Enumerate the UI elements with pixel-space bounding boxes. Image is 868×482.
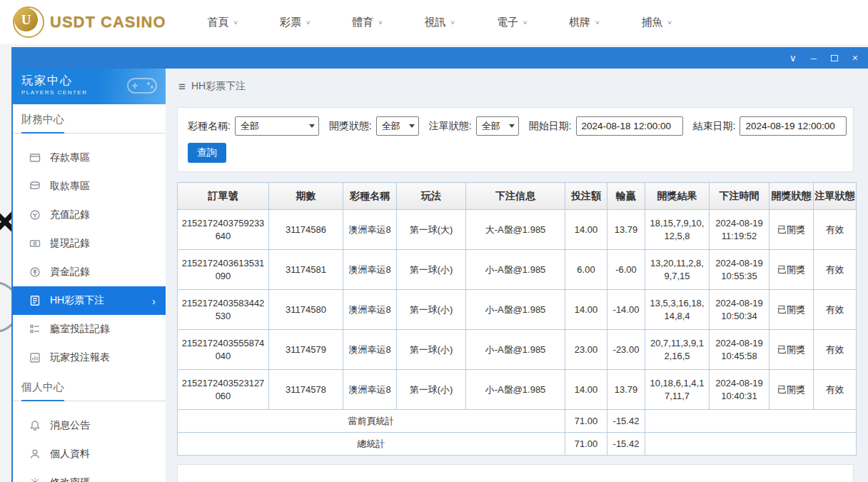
nav-item-lottery[interactable]: 彩票 ∨ [280,16,311,29]
menu-toggle-icon[interactable]: ≡ [178,81,186,93]
sidebar-items-finance: 存款專區 取款專區 充值記錄 [13,134,166,372]
nav-item-sports[interactable]: 體育 ∨ [352,16,383,29]
nav-item-cards[interactable]: 棋牌 ∨ [569,16,600,29]
cell-draw-result: 10,18,6,1,4,17,11,7 [645,370,710,410]
logo: U USDT CASINO [13,6,166,38]
table-row: 2152172403759233640 31174586 澳洲幸运8 第一球(大… [178,210,857,250]
cell-bet-time: 2024-08-19 10:45:58 [710,330,769,370]
nav-item-live[interactable]: 視訊 ∨ [425,16,455,29]
cell-play-type: 第一球(大) [397,210,466,250]
cell-bet-info: 小-A盤@1.985 [466,370,565,410]
sidebar-item-recharge-record[interactable]: 充值記錄 [13,201,166,229]
summary-row-grand-total: 總統計 71.00 -15.42 [178,433,857,456]
sidebar-item-label: HH彩票下注 [50,294,104,307]
sidebar-header: 玩家中心 PLAYERS CENTER [13,69,166,104]
sidebar-section-finance: 財務中心 [13,104,166,134]
nav-label: 首頁 [208,16,229,29]
cell-play-type: 第一球(小) [397,330,466,370]
cell-order-no: 2152172403583442530 [178,290,269,330]
cell-bet-info: 大-A盤@1.985 [466,210,565,250]
summary-win-loss-total: -15.42 [607,433,645,456]
cell-draw-result: 13,5,3,16,18,14,8,4 [645,290,710,330]
cell-order-no: 2152172403523127060 [178,370,269,410]
cell-lottery-name: 澳洲幸运8 [343,210,397,250]
draw-status-select[interactable]: 全部 [377,117,418,135]
cell-win-loss: -6.00 [607,250,645,290]
cell-period: 31174586 [269,210,343,250]
sidebar-item-label: 提現記錄 [50,237,90,250]
sidebar-item-funds-record[interactable]: 資金記錄 [13,258,166,286]
cell-order-status: 有效 [814,290,857,330]
lottery-bet-icon [29,295,41,307]
cashout-record-icon [29,238,41,250]
sidebar-item-hall-bet-records[interactable]: 廳室投註記錄 [13,315,166,343]
cell-draw-result: 20,7,11,3,9,12,16,5 [645,330,710,370]
nav-item-slots[interactable]: 電子 ∨ [497,16,528,29]
lottery-name-select[interactable]: 全部 [236,117,318,135]
cell-win-loss: -14.00 [607,290,645,330]
cell-draw-status: 已開獎 [769,250,814,290]
order-status-label: 注單狀態: [429,120,472,133]
cell-draw-result: 13,20,11,2,8,9,7,15 [645,250,710,290]
sidebar-item-label: 廳室投註記錄 [50,323,110,336]
cell-bet-amount: 23.00 [565,330,607,370]
order-status-select[interactable]: 全部 [477,117,518,135]
minimize-icon[interactable]: – [811,53,817,63]
maximize-icon[interactable] [831,55,838,61]
player-center-window: ∨ – × 玩家中心 PLAYERS CENTER [11,47,868,482]
sidebar-item-announcements[interactable]: 消息公告 [13,411,166,440]
top-nav: 首頁 ∨ 彩票 ∨ 體育 ∨ 視訊 ∨ 電子 ∨ 棋牌 ∨ [208,16,672,29]
cell-bet-amount: 6.00 [565,250,607,290]
sidebar-item-profile[interactable]: 個人資料 [13,440,166,468]
cell-play-type: 第一球(小) [397,370,466,410]
sidebar-item-withdraw[interactable]: 取款專區 [13,172,166,201]
summary-row-current-page: 當前頁統計 71.00 -15.42 [178,410,857,433]
nav-item-home[interactable]: 首頁 ∨ [208,16,238,29]
draw-status-select-wrap: 全部 [376,116,419,136]
draw-status-label: 開獎狀態: [329,120,372,133]
cell-lottery-name: 澳洲幸运8 [343,250,397,290]
chevron-down-icon: ∨ [667,19,672,26]
sidebar-item-player-bet-report[interactable]: 玩家投注報表 [13,343,166,372]
start-date-input[interactable] [576,116,683,136]
cell-bet-amount: 14.00 [565,370,607,410]
col-header-bet-amount: 投注額 [565,183,607,210]
cell-order-no: 2152172403759233640 [178,210,269,250]
nav-label: 棋牌 [569,16,590,29]
end-date-input[interactable] [740,116,847,136]
chevron-down-icon: ∨ [595,19,600,26]
close-icon[interactable]: × [852,53,858,63]
collapse-chevron-icon[interactable]: ∨ [789,53,797,63]
sidebar-item-change-password[interactable]: 修改密碼 [13,468,166,482]
nav-label: 彩票 [280,16,301,29]
cell-draw-status: 已開獎 [769,370,814,410]
order-status-select-wrap: 全部 [476,116,519,136]
col-header-order-no: 訂單號 [178,183,269,210]
sidebar-item-label: 充值記錄 [50,209,90,221]
sidebar-item-deposit[interactable]: 存款專區 [13,144,166,172]
main-content: ≡ HH彩票下注 彩種名稱: 全部 開獎狀態: [166,69,868,482]
summary-bet-total: 71.00 [565,433,607,456]
col-header-draw-status: 開獎狀態 [769,183,814,210]
window-titlebar: ∨ – × [13,47,868,69]
sidebar-item-hh-lottery-bets[interactable]: HH彩票下注 › [13,286,166,315]
table-row: 2152172403523127060 31174578 澳洲幸运8 第一球(小… [178,370,857,410]
chevron-down-icon: ∨ [378,19,383,26]
start-date-label: 開始日期: [529,120,572,133]
cell-order-status: 有效 [814,370,857,410]
sidebar-item-label: 存款專區 [50,151,90,164]
cell-bet-info: 小-A盤@1.985 [466,330,565,370]
sidebar-item-cashout-record[interactable]: 提現記錄 [13,229,166,258]
cell-bet-time: 2024-08-19 10:40:31 [710,370,769,410]
col-header-order-status: 注單狀態 [814,183,857,210]
search-button[interactable]: 查詢 [188,143,226,163]
cell-period: 31174578 [269,370,343,410]
summary-label: 當前頁統計 [178,410,565,433]
col-header-draw-result: 開獎結果 [645,183,710,210]
password-icon [29,477,41,482]
cell-lottery-name: 澳洲幸运8 [343,370,397,410]
logo-icon: U [13,6,44,38]
cell-play-type: 第一球(小) [397,250,466,290]
logo-text: USDT CASINO [50,13,166,31]
nav-item-fishing[interactable]: 捕魚 ∨ [642,16,672,29]
